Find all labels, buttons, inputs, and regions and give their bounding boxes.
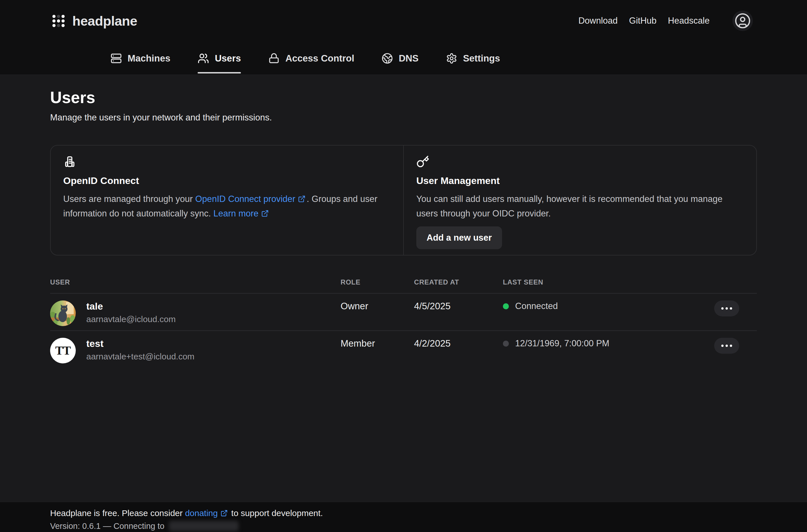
headscale-link[interactable]: Headscale [668,16,710,26]
table-row: TT test aarnavtale+test@icloud.com Membe… [50,331,757,368]
account-menu-button[interactable] [732,11,753,31]
tab-settings[interactable]: Settings [446,42,500,75]
user-email: aarnavtale@icloud.com [86,314,176,324]
circle-user-icon [734,13,751,29]
column-header-created-at: CREATED AT [414,278,503,286]
tab-dns[interactable]: DNS [382,42,419,75]
headplane-logo-icon [52,15,65,27]
column-header-user: USER [50,278,341,286]
users-icon [198,53,209,64]
external-link-icon [298,195,306,203]
oidc-card: OpenID Connect Users are managed through… [51,146,403,255]
user-created-at: 4/5/2025 [414,301,503,312]
user-management-card-body: You can still add users manually, howeve… [416,192,744,221]
column-header-role: ROLE [341,278,414,286]
row-actions-menu-button[interactable] [714,301,739,317]
tab-access-control[interactable]: Access Control [268,42,354,75]
oidc-provider-link[interactable]: OpenID Connect provider [195,194,307,204]
footer-donate-line: Headplane is free. Please consider donat… [50,508,757,519]
user-last-seen: 12/31/1969, 7:00:00 PM [503,338,714,349]
page-subtitle: Manage the users in your network and the… [50,113,757,123]
user-management-card-title: User Management [416,175,744,187]
top-header: headplane Download GitHub Headscale [0,0,807,75]
main-content: Users Manage the users in your network a… [0,75,807,502]
header-row: headplane Download GitHub Headscale [52,0,753,42]
lock-icon [268,53,280,64]
github-link[interactable]: GitHub [629,16,656,26]
page-footer: Headplane is free. Please consider donat… [0,502,807,532]
user-role: Owner [341,301,414,312]
server-icon [111,53,122,64]
redacted-server-address [169,521,238,531]
external-link-icon [261,210,269,217]
learn-more-link[interactable]: Learn more [213,208,270,218]
user-name: test [86,338,194,349]
gear-icon [446,53,457,64]
avatar: TT [50,338,76,363]
oidc-card-body: Users are managed through your OpenID Co… [63,192,391,221]
ellipsis-icon [721,307,724,309]
key-icon [416,155,744,168]
footer-version-line: Version: 0.6.1 — Connecting to [50,521,757,531]
table-row: tale aarnavtale@icloud.com Owner 4/5/202… [50,293,757,331]
users-table: USER ROLE CREATED AT LAST SEEN [50,271,757,368]
user-email: aarnavtale+test@icloud.com [86,352,194,362]
user-last-seen: Connected [503,301,714,312]
user-role: Member [341,338,414,349]
user-identity: tale aarnavtale@icloud.com [86,301,176,324]
row-actions [714,338,757,354]
user-created-at: 4/2/2025 [414,338,503,349]
user-cell: tale aarnavtale@icloud.com [50,301,341,326]
user-cell: TT test aarnavtale+test@icloud.com [50,338,341,363]
user-identity: test aarnavtale+test@icloud.com [86,338,194,362]
row-actions [714,301,757,317]
page-title: Users [50,75,757,107]
cat-avatar-illustration [50,301,76,326]
tab-machines[interactable]: Machines [111,42,170,75]
column-header-last-seen: LAST SEEN [503,278,714,286]
globe-icon [382,53,393,64]
user-name: tale [86,301,176,312]
users-table-header: USER ROLE CREATED AT LAST SEEN [50,271,757,293]
printing-press-icon [63,155,391,168]
donate-link[interactable]: donating [185,508,229,518]
main-nav-tabs: Machines Users Access Control [52,42,753,75]
brand-name: headplane [72,13,137,29]
header-links: Download GitHub Headscale [578,11,753,31]
download-link[interactable]: Download [578,16,618,26]
row-actions-menu-button[interactable] [714,338,739,354]
add-new-user-button[interactable]: Add a new user [416,226,502,249]
avatar [50,301,76,326]
status-dot-online [503,303,509,309]
external-link-icon [220,510,228,517]
user-management-card: User Management You can still add users … [403,146,756,255]
tab-users[interactable]: Users [198,42,241,75]
avatar-initials: TT [55,344,71,357]
oidc-card-title: OpenID Connect [63,175,391,187]
ellipsis-icon [721,345,724,347]
info-cards: OpenID Connect Users are managed through… [50,145,757,255]
status-dot-offline [503,341,509,347]
